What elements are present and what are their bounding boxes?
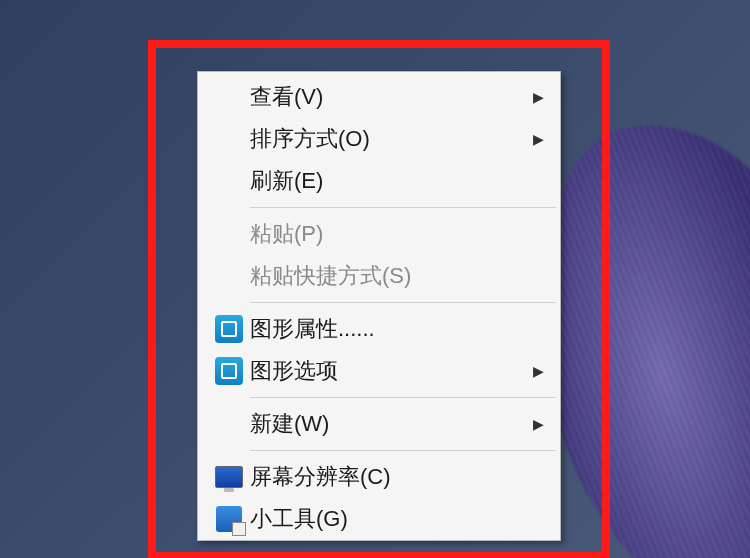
menu-item-icon-slot (208, 310, 250, 348)
menu-item-refresh[interactable]: 刷新(E) (200, 160, 558, 202)
menu-item-label: 屏幕分辨率(C) (250, 462, 524, 492)
menu-item-icon-slot (208, 120, 250, 158)
menu-item-icon-slot (208, 78, 250, 116)
intel-graphics-icon (215, 357, 243, 385)
menu-item-label: 图形选项 (250, 356, 524, 386)
submenu-arrow-icon: ▶ (524, 131, 544, 147)
menu-item-label: 刷新(E) (250, 166, 524, 196)
desktop-background[interactable]: 查看(V) ▶ 排序方式(O) ▶ 刷新(E) 粘贴(P) 粘贴快捷方式(S) (0, 0, 750, 558)
menu-item-icon-slot (208, 405, 250, 443)
intel-graphics-icon (215, 315, 243, 343)
menu-item-label: 查看(V) (250, 82, 524, 112)
menu-item-icon-slot (208, 352, 250, 390)
menu-separator (250, 302, 556, 303)
menu-separator (250, 450, 556, 451)
menu-item-label: 图形属性...... (250, 314, 524, 344)
menu-item-icon-slot (208, 500, 250, 538)
menu-item-paste: 粘贴(P) (200, 213, 558, 255)
menu-item-view[interactable]: 查看(V) ▶ (200, 76, 558, 118)
submenu-arrow-icon: ▶ (524, 416, 544, 432)
menu-item-icon-slot (208, 162, 250, 200)
menu-item-label: 粘贴(P) (250, 219, 524, 249)
menu-item-icon-slot (208, 458, 250, 496)
gadget-icon (216, 506, 242, 532)
menu-item-icon-slot (208, 257, 250, 295)
menu-item-screen-resolution[interactable]: 屏幕分辨率(C) (200, 456, 558, 498)
menu-separator (250, 207, 556, 208)
menu-item-label: 新建(W) (250, 409, 524, 439)
menu-item-paste-shortcut: 粘贴快捷方式(S) (200, 255, 558, 297)
menu-separator (250, 397, 556, 398)
menu-item-label: 小工具(G) (250, 504, 524, 534)
monitor-icon (215, 466, 243, 488)
menu-item-graphics-options[interactable]: 图形选项 ▶ (200, 350, 558, 392)
menu-item-icon-slot (208, 215, 250, 253)
desktop-context-menu: 查看(V) ▶ 排序方式(O) ▶ 刷新(E) 粘贴(P) 粘贴快捷方式(S) (197, 71, 561, 541)
menu-item-new[interactable]: 新建(W) ▶ (200, 403, 558, 445)
menu-item-sort-by[interactable]: 排序方式(O) ▶ (200, 118, 558, 160)
submenu-arrow-icon: ▶ (524, 89, 544, 105)
menu-item-gadgets[interactable]: 小工具(G) (200, 498, 558, 540)
menu-item-label: 粘贴快捷方式(S) (250, 261, 524, 291)
menu-item-graphics-properties[interactable]: 图形属性...... (200, 308, 558, 350)
menu-item-label: 排序方式(O) (250, 124, 524, 154)
submenu-arrow-icon: ▶ (524, 363, 544, 379)
